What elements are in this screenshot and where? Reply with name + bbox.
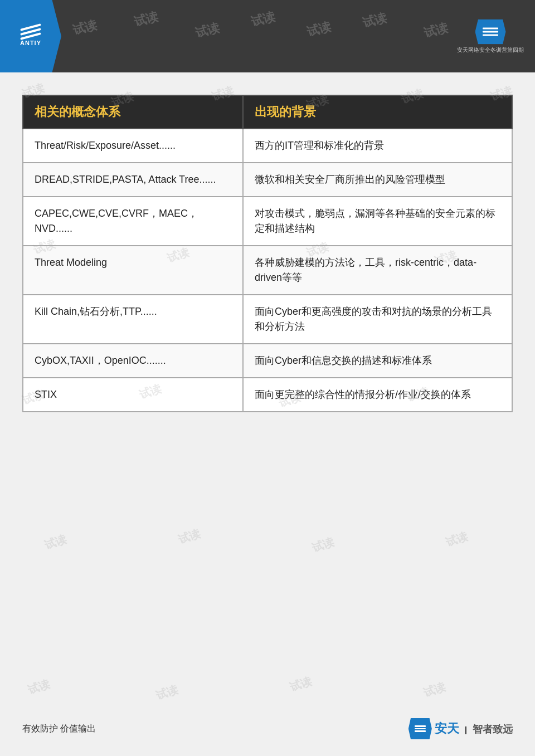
- table-cell-concept: STIX: [23, 378, 243, 412]
- col2-header: 出现的背景: [243, 95, 512, 129]
- table-cell-background: 微软和相关安全厂商所推出的风险管理模型: [243, 163, 512, 197]
- footer-logo-line-3: [415, 730, 426, 732]
- table-row: Kill Chain,钻石分析,TTP......面向Cyber和更高强度的攻击…: [23, 295, 512, 344]
- footer-logo-line-2: [415, 728, 426, 730]
- wm-b20: 试读: [154, 682, 181, 704]
- header-logo-icon-line-2: [483, 31, 498, 33]
- wm-h3: 试读: [193, 19, 221, 42]
- footer: 有效防护 价值输出 安天 | 智者致远: [0, 718, 535, 739]
- header-logo-icon-line-3: [483, 35, 498, 36]
- table-row: CAPEC,CWE,CVE,CVRF，MAEC，NVD......对攻击模式，脆…: [23, 197, 512, 246]
- footer-logo-area: 安天 | 智者致远: [408, 718, 513, 739]
- footer-logo-icon: [408, 718, 432, 739]
- footer-logo-sub-text: 智者致远: [473, 724, 513, 735]
- logo-text: ANTIY: [20, 40, 41, 46]
- wm-b15: 试读: [43, 531, 69, 553]
- header-right-caption: 安天网络安全冬训营第四期: [457, 46, 524, 53]
- table-cell-concept: CybOX,TAXII，OpenIOC.......: [23, 344, 243, 378]
- footer-logo-line-1: [415, 725, 426, 727]
- footer-tagline: 有效防护 价值输出: [22, 723, 96, 735]
- table-row: Threat/Risk/Exposure/Asset......西方的IT管理和…: [23, 129, 512, 163]
- wm-b22: 试读: [422, 679, 448, 701]
- table-cell-background: 面向更完整的综合性的情报分析/作业/交换的体系: [243, 378, 512, 412]
- table-cell-concept: Threat/Risk/Exposure/Asset......: [23, 129, 243, 163]
- header: ANTIY 试读 试读 试读 试读 试读 试读 试读 安天网络安全冬训营第四期: [0, 0, 535, 72]
- wm-b19: 试读: [26, 676, 52, 698]
- wm-h1: 试读: [71, 17, 99, 39]
- footer-logo-separator: |: [465, 725, 467, 734]
- table-header-row: 相关的概念体系 出现的背景: [23, 95, 512, 129]
- header-right-logo: 安天网络安全冬训营第四期: [457, 19, 524, 53]
- table-row: STIX面向更完整的综合性的情报分析/作业/交换的体系: [23, 378, 512, 412]
- col1-header: 相关的概念体系: [23, 95, 243, 129]
- main-content: 相关的概念体系 出现的背景 Threat/Risk/Exposure/Asset…: [22, 95, 513, 412]
- wm-b21: 试读: [288, 674, 314, 695]
- concept-table: 相关的概念体系 出现的背景 Threat/Risk/Exposure/Asset…: [22, 95, 513, 412]
- table-row: CybOX,TAXII，OpenIOC.......面向Cyber和信息交换的描…: [23, 344, 512, 378]
- table-cell-concept: DREAD,STRIDE,PASTA, Attack Tree......: [23, 163, 243, 197]
- footer-logo: 安天 | 智者致远: [408, 718, 513, 739]
- wm-b18: 试读: [444, 529, 470, 550]
- wm-h5: 试读: [305, 18, 333, 41]
- header-logo-icon-lines: [483, 28, 498, 36]
- wm-h2: 试读: [132, 8, 160, 31]
- table-row: DREAD,STRIDE,PASTA, Attack Tree......微软和…: [23, 163, 512, 197]
- table-cell-concept: CAPEC,CWE,CVE,CVRF，MAEC，NVD......: [23, 197, 243, 246]
- wm-h4: 试读: [249, 8, 277, 31]
- header-watermarks: 试读 试读 试读 试读 试读 试读 试读: [0, 0, 535, 72]
- table-cell-concept: Kill Chain,钻石分析,TTP......: [23, 295, 243, 344]
- table-cell-background: 西方的IT管理和标准化的背景: [243, 129, 512, 163]
- wm-b17: 试读: [310, 534, 337, 556]
- wm-h6: 试读: [361, 9, 388, 32]
- table-cell-background: 面向Cyber和更高强度的攻击和对抗的场景的分析工具和分析方法: [243, 295, 512, 344]
- logo-lines: [20, 26, 41, 37]
- wm-h7: 试读: [422, 19, 450, 42]
- table-cell-background: 面向Cyber和信息交换的描述和标准体系: [243, 344, 512, 378]
- footer-logo-antiy: 安天: [435, 721, 459, 735]
- header-logo-icon-line-1: [483, 28, 498, 30]
- table-cell-background: 各种威胁建模的方法论，工具，risk-centric，data-driven等等: [243, 246, 512, 295]
- footer-logo-main-text: 安天 | 智者致远: [435, 720, 513, 737]
- wm-b16: 试读: [177, 526, 203, 548]
- footer-logo-lines: [415, 725, 426, 732]
- table-cell-concept: Threat Modeling: [23, 246, 243, 295]
- table-row: Threat Modeling各种威胁建模的方法论，工具，risk-centri…: [23, 246, 512, 295]
- antiy-logo: ANTIY: [0, 0, 61, 72]
- header-logo-icon: [475, 19, 506, 45]
- table-cell-background: 对攻击模式，脆弱点，漏洞等各种基础的安全元素的标定和描述结构: [243, 197, 512, 246]
